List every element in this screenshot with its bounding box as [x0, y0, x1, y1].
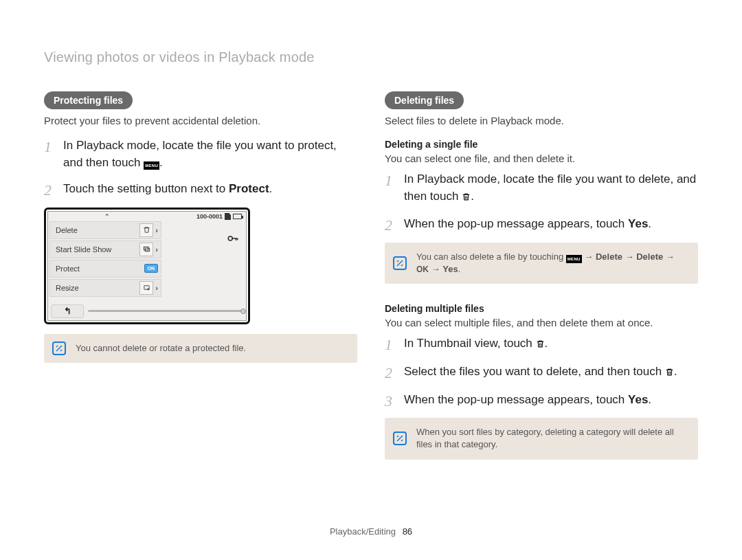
step-text: In Playback mode, locate the file you wa… [404, 172, 696, 203]
trash-icon [139, 223, 153, 237]
step-text-bold: Protect [229, 182, 269, 195]
note-icon [393, 256, 407, 270]
single-lead: You can select one file, and then delete… [385, 153, 698, 164]
arrow-sep: → [625, 251, 637, 262]
list-item: When the pop-up message appears, touch Y… [385, 392, 698, 409]
svg-point-3 [228, 236, 232, 240]
caret-up-icon: ⌃ [52, 213, 162, 220]
subhead-multi: Deleting multiple files [385, 303, 698, 314]
device-scrubber[interactable] [88, 310, 243, 312]
multi-steps: In Thumbnail view, touch . Select the fi… [385, 335, 698, 408]
ok-label: OK [416, 264, 429, 276]
deleting-lead: Select files to delete in Playback mode. [385, 115, 698, 126]
step-text: Select the files you want to delete, and… [404, 365, 665, 378]
note-text: When you sort files by category, deletin… [416, 427, 674, 449]
trash-icon [536, 337, 545, 354]
note-text-bold: Delete [636, 251, 663, 262]
step-text: In Thumbnail view, touch [404, 337, 536, 350]
chevron-right-icon: › [155, 284, 158, 292]
right-column: Deleting files Select files to delete in… [385, 91, 698, 460]
step-text: When the pop-up message appears, touch [404, 217, 628, 230]
arrow-sep: → [431, 264, 443, 274]
step-text-bold: Yes [628, 393, 648, 406]
note-text-bold: Yes [442, 264, 458, 274]
list-item: In Thumbnail view, touch . [385, 335, 698, 354]
subhead-single: Deleting a single file [385, 139, 698, 150]
sd-card-icon [225, 213, 231, 220]
trash-icon [665, 365, 674, 382]
step-text: In Playback mode, locate the file you wa… [63, 139, 337, 169]
menu-label: Protect [56, 265, 80, 273]
device-menu-list: Delete › Start Slide Show [48, 220, 161, 302]
toggle-on-badge[interactable]: ON [144, 264, 159, 273]
battery-icon [233, 214, 242, 219]
protecting-lead: Protect your files to prevent accidental… [44, 115, 357, 126]
list-item: Select the files you want to delete, and… [385, 363, 698, 382]
step-text: When the pop-up message appears, touch [404, 393, 628, 406]
step-text: . [674, 365, 677, 378]
menu-label: Delete [56, 226, 78, 234]
menu-label: Start Slide Show [56, 245, 111, 254]
note-delete-multi: When you sort files by category, deletin… [385, 418, 698, 459]
device-menu-resize[interactable]: Resize › [49, 279, 161, 297]
step-text: Touch the setting button next to [63, 182, 229, 195]
footer-page-number: 86 [403, 526, 412, 537]
menu-label: Resize [56, 284, 79, 292]
single-steps: In Playback mode, locate the file you wa… [385, 171, 698, 233]
note-delete-single: You can also delete a file by touching M… [385, 243, 698, 284]
note-text: You cannot delete or rotate a protected … [76, 343, 246, 353]
step-text: . [269, 182, 273, 195]
menu-icon: MENU [144, 161, 159, 170]
section-pill-deleting: Deleting files [385, 91, 464, 109]
arrow-sep: → [584, 251, 596, 262]
note-protect: You cannot delete or rotate a protected … [44, 334, 357, 363]
key-lock-icon [227, 232, 239, 247]
footer-section: Playback/Editing [330, 526, 396, 537]
device-menu-slideshow[interactable]: Start Slide Show › [49, 240, 161, 258]
device-menu-delete[interactable]: Delete › [49, 221, 161, 239]
step-text: . [545, 337, 548, 350]
image-counter: 100-0001 [196, 213, 223, 220]
device-menu-protect[interactable]: Protect ON [49, 260, 161, 278]
list-item: Touch the setting button next to Protect… [44, 181, 357, 198]
step-text: . [471, 190, 474, 203]
device-screenshot: ⌃ 100-0001 Delete [44, 208, 250, 324]
section-pill-protecting: Protecting files [44, 91, 133, 109]
chevron-right-icon: › [155, 245, 158, 254]
step-text-bold: Yes [628, 217, 648, 230]
chevron-right-icon: › [155, 226, 158, 234]
scrubber-knob[interactable] [240, 309, 246, 314]
arrow-sep: → [666, 251, 675, 262]
device-back-button[interactable]: ↰ [51, 304, 84, 318]
menu-icon: MENU [566, 255, 582, 263]
step-text: . [648, 393, 651, 406]
slideshow-icon [139, 243, 153, 256]
note-icon [393, 432, 407, 445]
list-item: In Playback mode, locate the file you wa… [385, 171, 698, 206]
step-text: . [159, 156, 163, 169]
trash-icon [462, 190, 471, 207]
note-text: You can also delete a file by touching [416, 251, 566, 262]
note-text-bold: Delete [596, 251, 622, 262]
back-arrow-icon: ↰ [64, 306, 71, 316]
breadcrumb: Viewing photos or videos in Playback mod… [44, 49, 698, 65]
step-text: . [648, 217, 651, 230]
multi-lead: You can select multiple files, and then … [385, 317, 698, 328]
note-text: . [458, 264, 461, 274]
page-footer: Playback/Editing 86 [0, 526, 742, 537]
resize-icon [139, 281, 153, 295]
list-item: When the pop-up message appears, touch Y… [385, 216, 698, 233]
list-item: In Playback mode, locate the file you wa… [44, 137, 357, 171]
note-icon [52, 341, 66, 355]
left-column: Protecting files Protect your files to p… [44, 91, 357, 460]
protecting-steps: In Playback mode, locate the file you wa… [44, 137, 357, 198]
